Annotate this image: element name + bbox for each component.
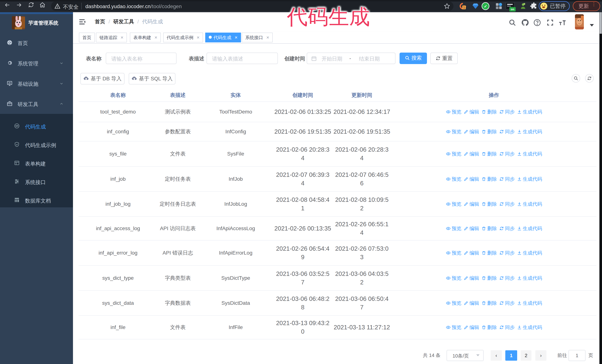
svg-text:1: 1: [463, 6, 465, 9]
